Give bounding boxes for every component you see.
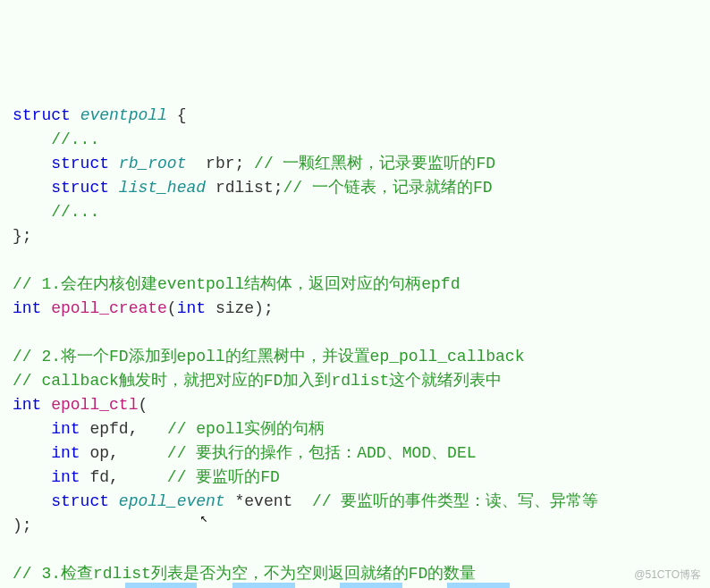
fn-epoll_create: epoll_create bbox=[51, 299, 167, 317]
comment-sec3: // 3.检查rdlist列表是否为空，不为空则返回就绪的FD的数量 bbox=[13, 565, 476, 583]
brace-open: { bbox=[177, 106, 187, 124]
type-rb_root: rb_root bbox=[119, 155, 187, 172]
id-fd: fd bbox=[89, 468, 109, 486]
fn-epoll_ctl: epoll_ctl bbox=[51, 396, 138, 414]
watermark: @51CTO博客 bbox=[634, 567, 701, 583]
kw-struct: struct bbox=[13, 106, 71, 124]
comment-ellip2: //... bbox=[51, 203, 99, 221]
comment-sec2a: // 2.将一个FD添加到epoll的红黑树中，并设置ep_poll_callb… bbox=[13, 348, 524, 365]
type-eventpoll: eventpoll bbox=[80, 106, 167, 124]
comment-fd: // 要监听的FD bbox=[167, 468, 280, 486]
id-size: size bbox=[216, 299, 254, 317]
kw-int: int bbox=[13, 396, 41, 414]
comment-op: // 要执行的操作，包括：ADD、MOD、DEL bbox=[167, 444, 477, 462]
type-epoll_event: epoll_event bbox=[119, 492, 225, 510]
id-event: event bbox=[244, 492, 292, 510]
comment-event: // 要监听的事件类型：读、写、异常等 bbox=[312, 492, 598, 510]
kw-struct: struct bbox=[51, 155, 109, 172]
brace-close: }; bbox=[13, 227, 32, 245]
comment-ellip1: //... bbox=[51, 130, 99, 148]
highlight-bar bbox=[340, 583, 402, 588]
highlight-bar bbox=[125, 583, 197, 588]
comment-sec2b: // callback触发时，就把对应的FD加入到rdlist这个就绪列表中 bbox=[13, 372, 502, 390]
id-op: op bbox=[89, 444, 109, 462]
highlight-bar bbox=[232, 583, 295, 588]
highlight-bar bbox=[447, 583, 510, 588]
comment-sec1: // 1.会在内核创建eventpoll结构体，返回对应的句柄epfd bbox=[13, 275, 460, 293]
kw-int: int bbox=[177, 299, 206, 317]
comment-rbr: // 一颗红黑树，记录要监听的FD bbox=[254, 155, 495, 172]
kw-int: int bbox=[51, 444, 80, 462]
id-rbr: rbr bbox=[206, 155, 234, 172]
comment-epfd1: // epoll实例的句柄 bbox=[167, 420, 325, 438]
code-block: struct eventpoll { //... struct rb_root … bbox=[13, 104, 697, 588]
kw-struct: struct bbox=[51, 179, 109, 197]
id-rdlist: rdlist bbox=[216, 179, 274, 197]
kw-struct: struct bbox=[51, 492, 109, 510]
id-epfd: epfd bbox=[89, 420, 128, 438]
kw-int: int bbox=[51, 420, 80, 438]
comment-rdlist: // 一个链表，记录就绪的FD bbox=[283, 179, 493, 197]
kw-int: int bbox=[51, 468, 80, 486]
kw-int: int bbox=[13, 299, 41, 317]
type-list_head: list_head bbox=[119, 179, 206, 197]
